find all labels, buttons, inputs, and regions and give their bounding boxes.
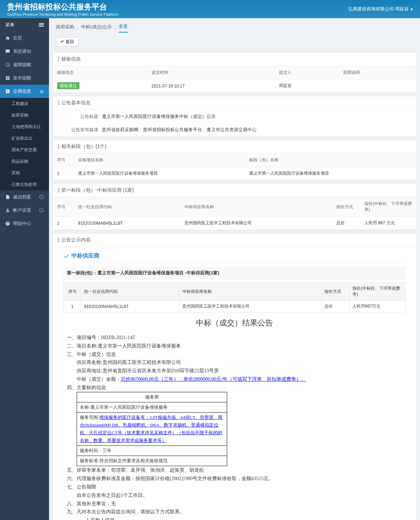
breadcrumb-item[interactable]: 查看 bbox=[119, 23, 128, 33]
sub-item-published[interactable]: 已发公告处理 bbox=[0, 179, 49, 190]
info-dot-icon: ⓘ bbox=[39, 194, 44, 200]
notice-icon bbox=[5, 49, 10, 54]
sub-item-other[interactable]: 其他 bbox=[0, 167, 49, 179]
sidebar-item-trade[interactable]: 交易信息⊖ bbox=[0, 85, 49, 98]
submenu-trade: 工程建设 政府采购 土地使用权出让 矿业权出让 国有产权交易 药品采购 其他 已… bbox=[0, 98, 49, 190]
sub-item-mining[interactable]: 矿业权出让 bbox=[0, 133, 49, 144]
app-subtitle: GuiZhou Province Tendering and Bidding P… bbox=[7, 12, 118, 16]
panel-title: 公告公示内容 bbox=[53, 233, 416, 247]
panel-section: 相关标段（包）(1个) 序号采购项目名称标段（包）名称 1遵义市第一人民医院医疗… bbox=[52, 140, 416, 181]
sidebar: 菜单 首页 系统通知 逾期提醒 发布提醒 交易信息⊖ 工程建设 政府采购 土地使… bbox=[0, 18, 49, 520]
panel-title: 第一标段（包）-中标供应商 (1家) bbox=[53, 184, 416, 197]
sub-item-construction[interactable]: 工程建设 bbox=[0, 98, 49, 110]
panel-check: 核验信息 核验状态提交时间提交人原因说明 核验通过2021-07-19 10:1… bbox=[52, 52, 416, 93]
sidebar-item-help[interactable]: 帮助中心 bbox=[0, 217, 49, 230]
menu-label: 菜单 bbox=[5, 22, 14, 28]
table-row: 核验通过2021-07-19 10:17邓廷容 bbox=[53, 79, 416, 93]
trade-icon bbox=[5, 89, 10, 94]
panel-supplier: 第一标段（包）-中标供应商 (1家) 序号统一社会信用代码中标供应商名称报价方式… bbox=[52, 183, 416, 230]
menu-toggle-icon[interactable] bbox=[39, 22, 44, 27]
sub-item-property[interactable]: 国有产权交易 bbox=[0, 144, 49, 156]
sub-item-drug[interactable]: 药品采购 bbox=[0, 156, 49, 167]
table-row: 191520100MA6H5L1L6T贵州国药医工医学工程技术有限公司总价人民币… bbox=[53, 217, 416, 230]
info-dot-icon: ⓘ bbox=[39, 207, 44, 213]
back-button[interactable]: ↶返回 bbox=[56, 37, 78, 47]
supplier-subtitle: 第一标段(包)：遵义市第一人民医院医疗设备维保服务项目 -中标供应商(1家) bbox=[63, 266, 406, 280]
notice-body: 一、项目编号：HDZB-2021-145` 二、项目名称:遵义市第一人民医院医疗… bbox=[63, 333, 406, 520]
supplier-table: 序号统一社会信用代码中标供应商名称报价方式报价(中标价、下浮率或费率) 1915… bbox=[53, 197, 416, 230]
chevron-down-icon: ⊖ bbox=[40, 89, 44, 94]
help-icon bbox=[5, 221, 10, 226]
publish-icon bbox=[5, 76, 10, 80]
panel-title: 相关标段（包）(1个) bbox=[53, 140, 416, 154]
user-info[interactable]: 弘典建设咨询有限公司-邓廷容 ▾ bbox=[346, 6, 413, 12]
sidebar-item-notice[interactable]: 系统通知 bbox=[0, 45, 49, 58]
main-content: 政府采购 › 中标(成交)公示 › 查看 ↶返回 核验信息 核验状态提交时间提交… bbox=[49, 18, 420, 520]
sidebar-item-credit[interactable]: 诚信档案ⓘ bbox=[0, 190, 49, 204]
spec-table: 服务类 名称:遵义市第一人民医院医疗设备维保服务 服务范围:维保服务的医疗设备有… bbox=[77, 392, 227, 466]
panel-title: 核验信息 bbox=[53, 52, 416, 66]
table-row: 1遵义市第一人民医院医疗设备维保服务项目遵义市第一人民医院医疗设备维保服务项目 bbox=[53, 167, 416, 180]
app-title: 贵州省招标投标公共服务平台 bbox=[7, 2, 118, 12]
breadcrumb: 政府采购 › 中标(成交)公示 › 查看 bbox=[52, 22, 416, 34]
panel-content: 公告公示内容 中标供应商 第一标段(包)：遵义市第一人民医院医疗设备维保服务项目… bbox=[52, 233, 416, 520]
content-supplier-table: 序号统一社会信用代码中标供应商名称报价方式报价(中标价、下浮率或费率) 1915… bbox=[63, 282, 406, 312]
sidebar-item-overdue[interactable]: 逾期提醒 bbox=[0, 58, 49, 71]
table-row: 191520100MA6H5L1L6T贵州国药医工医学工程技术有限公司总价人民币… bbox=[64, 301, 406, 312]
sidebar-item-publish[interactable]: 发布提醒 bbox=[0, 71, 49, 85]
supplier-header: 中标供应商 bbox=[63, 252, 406, 263]
section-table: 序号采购项目名称标段（包）名称 1遵义市第一人民医院医疗设备维保服务项目遵义市第… bbox=[53, 154, 416, 180]
credit-icon bbox=[5, 195, 10, 199]
status-badge: 核验通过 bbox=[57, 82, 79, 89]
sub-item-gov[interactable]: 政府采购 bbox=[0, 110, 49, 121]
info-row: 公告发布媒体贵州省政府采购网、贵州省招标投标公共服务平台、遵义市公共资源交易中心 bbox=[53, 123, 416, 136]
info-row: 公告标题遵义市第一人民医院医疗设备维保服务中标（成交）公示 bbox=[53, 110, 416, 123]
scope-link[interactable]: 维保服务的医疗设备有：3.0T核磁共振、64排CT、骨密度、两台Definium… bbox=[80, 415, 223, 443]
settings-icon bbox=[5, 208, 10, 213]
chevron-down-icon: ▾ bbox=[411, 7, 413, 12]
check-table: 核验状态提交时间提交人原因说明 核验通过2021-07-19 10:17邓廷容 bbox=[53, 66, 416, 93]
notice-title: 中标（成交）结果公告 bbox=[63, 312, 406, 333]
breadcrumb-item[interactable]: 中标(成交)公示 bbox=[81, 24, 112, 32]
clock-icon bbox=[5, 62, 10, 67]
sub-item-land[interactable]: 土地使用权出让 bbox=[0, 121, 49, 133]
sidebar-item-home[interactable]: 首页 bbox=[0, 31, 49, 45]
panel-basic: 公告基本信息 公告标题遵义市第一人民医院医疗设备维保服务中标（成交）公示 公告发… bbox=[52, 96, 416, 137]
sidebar-item-account[interactable]: 帐户设置ⓘ bbox=[0, 204, 49, 217]
price-link[interactable]: 总价8670000.00元（三年），单价2890000.00元/年（可填写下浮率… bbox=[121, 377, 306, 382]
home-icon bbox=[5, 36, 10, 41]
app-header: 贵州省招标投标公共服务平台 GuiZhou Province Tendering… bbox=[0, 0, 420, 18]
breadcrumb-item[interactable]: 政府采购 bbox=[56, 24, 74, 32]
panel-title: 公告基本信息 bbox=[53, 96, 416, 110]
back-icon: ↶ bbox=[61, 40, 64, 44]
